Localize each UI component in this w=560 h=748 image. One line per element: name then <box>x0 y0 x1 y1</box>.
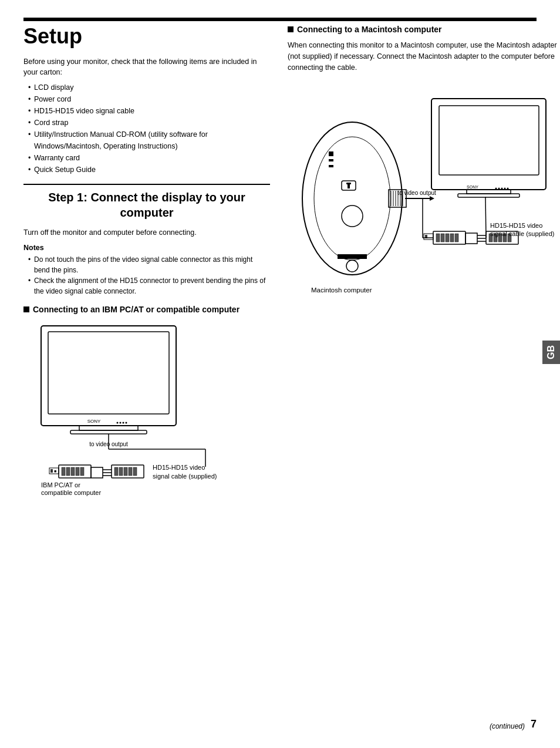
svg-rect-16 <box>71 467 75 476</box>
svg-rect-2 <box>79 426 138 430</box>
svg-rect-49 <box>329 159 333 161</box>
svg-text:compatible computer: compatible computer <box>41 489 101 496</box>
svg-rect-40 <box>346 183 351 184</box>
svg-rect-56 <box>467 190 511 194</box>
page-number: 7 <box>531 718 537 730</box>
note-item: Check the alignment of the HD15 connecto… <box>28 275 270 296</box>
left-column: Setup Before using your monitor, check t… <box>23 25 270 506</box>
svg-text:to video output: to video output <box>89 441 128 447</box>
svg-rect-31 <box>133 467 137 476</box>
mac-diagram: SONY to video output <box>288 81 558 341</box>
svg-rect-72 <box>455 234 458 242</box>
svg-text:HD15-HD15 video: HD15-HD15 video <box>490 222 542 229</box>
notes-heading: Notes <box>23 244 270 252</box>
svg-line-85 <box>485 197 486 238</box>
ibm-section-heading: Connecting to an IBM PC/AT or compatible… <box>23 305 270 314</box>
svg-rect-27 <box>114 467 118 476</box>
svg-point-62 <box>504 188 506 190</box>
section-divider <box>23 184 270 185</box>
svg-text:signal cable (supplied): signal cable (supplied) <box>153 473 217 480</box>
svg-rect-30 <box>129 467 132 476</box>
svg-point-61 <box>501 188 503 190</box>
svg-text:Macintosh computer: Macintosh computer <box>311 287 372 294</box>
svg-rect-0 <box>41 326 176 426</box>
step1-heading: Step 1: Connect the display to yourcompu… <box>23 190 270 220</box>
mac-diagram-svg: SONY to video output <box>288 81 558 339</box>
list-item-quick-setup: Quick Setup Guide <box>28 164 270 176</box>
svg-text:■: ■ <box>54 469 56 473</box>
svg-point-37 <box>314 137 390 260</box>
list-item: Cord strap <box>28 117 270 129</box>
black-square-icon-mac <box>288 26 294 32</box>
svg-rect-15 <box>66 467 70 476</box>
svg-rect-68 <box>436 234 440 242</box>
svg-rect-55 <box>439 106 539 175</box>
step1-intro: Turn off the monitor and computer before… <box>23 228 270 237</box>
mac-section-text: When connecting this monitor to a Macint… <box>288 40 558 73</box>
items-list: LCD display Power cord HD15-HD15 video s… <box>28 82 270 176</box>
svg-rect-69 <box>441 234 444 242</box>
list-item: Utility/Instruction Manual CD-ROM (utili… <box>28 129 270 152</box>
svg-text:HD15-HD15 video: HD15-HD15 video <box>153 464 205 471</box>
notes-list: Do not touch the pins of the video signa… <box>28 254 270 296</box>
svg-rect-1 <box>48 332 169 414</box>
setup-title: Setup <box>23 25 270 48</box>
ibm-diagram-svg: SONY to video output <box>23 320 258 496</box>
ibm-diagram: SONY to video output <box>23 320 270 498</box>
svg-point-5 <box>117 422 119 424</box>
svg-rect-71 <box>450 234 454 242</box>
svg-rect-54 <box>431 99 546 190</box>
svg-rect-70 <box>446 234 449 242</box>
svg-text:signal cable (supplied): signal cable (supplied) <box>490 230 554 237</box>
svg-marker-65 <box>430 196 434 201</box>
continued-text: (continued) <box>490 722 525 730</box>
svg-point-8 <box>126 422 127 424</box>
svg-point-6 <box>120 422 122 424</box>
svg-rect-29 <box>124 467 127 476</box>
svg-rect-3 <box>70 430 147 434</box>
svg-rect-57 <box>458 194 519 197</box>
svg-point-59 <box>495 188 497 190</box>
svg-rect-52 <box>338 254 367 259</box>
svg-point-63 <box>507 188 509 190</box>
note-item: Do not touch the pins of the video signa… <box>28 254 270 275</box>
list-item: LCD display <box>28 82 270 93</box>
black-square-icon <box>23 306 29 312</box>
intro-text: Before using your monitor, check that th… <box>23 56 270 79</box>
svg-rect-14 <box>62 467 65 476</box>
list-item: Warranty card <box>28 152 270 164</box>
svg-point-7 <box>123 422 124 424</box>
svg-rect-20 <box>50 469 53 473</box>
gb-badge: GB <box>542 341 560 364</box>
right-column: Connecting to a Macintosh computer When … <box>288 25 558 506</box>
svg-point-60 <box>498 188 500 190</box>
page-container: Setup Before using your monitor, check t… <box>0 0 560 748</box>
svg-text:IBM PC/AT or: IBM PC/AT or <box>41 481 80 488</box>
svg-point-53 <box>346 260 358 272</box>
svg-rect-22 <box>91 467 103 478</box>
svg-point-36 <box>302 122 402 275</box>
svg-rect-28 <box>119 467 123 476</box>
list-item-power-cord: Power cord <box>28 93 270 105</box>
top-bar <box>23 18 537 21</box>
svg-rect-50 <box>329 165 333 167</box>
svg-text:SONY: SONY <box>87 419 101 424</box>
svg-point-51 <box>342 205 363 227</box>
svg-rect-75 <box>465 233 477 244</box>
svg-text:SONY: SONY <box>467 185 478 189</box>
list-item: HD15-HD15 video signal cable <box>28 105 270 117</box>
svg-rect-48 <box>329 151 333 156</box>
svg-rect-18 <box>80 467 84 476</box>
svg-rect-17 <box>76 467 79 476</box>
mac-section-heading: Connecting to a Macintosh computer <box>288 25 558 34</box>
svg-text:to video output: to video output <box>397 190 436 196</box>
